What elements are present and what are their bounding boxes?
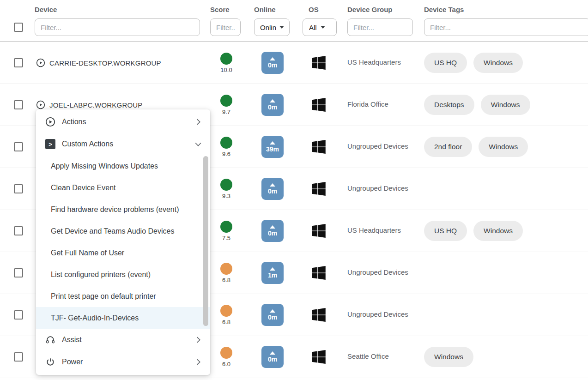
device-tag[interactable]: Windows bbox=[424, 347, 473, 367]
row-checkbox[interactable] bbox=[14, 310, 23, 320]
row-checkbox[interactable] bbox=[14, 352, 23, 362]
uptime-arrow-icon bbox=[270, 267, 275, 271]
uptime-value: 0m bbox=[268, 104, 277, 110]
device-tag[interactable]: Windows bbox=[473, 221, 523, 241]
menu-item-actions[interactable]: Actions bbox=[36, 111, 210, 133]
chevron-right-icon bbox=[194, 117, 203, 127]
menu-scrollbar-thumb[interactable] bbox=[203, 156, 208, 326]
header-online: Online Online bbox=[249, 0, 296, 41]
uptime-arrow-icon bbox=[270, 183, 275, 187]
online-filter-value: Online bbox=[260, 24, 276, 31]
power-icon bbox=[45, 357, 55, 367]
device-group-filter-input[interactable] bbox=[347, 18, 413, 36]
score-value: 9.6 bbox=[222, 151, 230, 157]
score-cell: 6.8 bbox=[217, 305, 236, 326]
row-checkbox[interactable] bbox=[14, 226, 23, 235]
uptime-value: 0m bbox=[268, 188, 277, 194]
score-circle[interactable] bbox=[220, 137, 232, 149]
device-actions-icon[interactable] bbox=[36, 58, 45, 67]
uptime-arrow-icon bbox=[270, 99, 275, 103]
score-circle[interactable] bbox=[220, 305, 232, 317]
custom-action-item[interactable]: TJF- Get-Audio-In-Devices bbox=[36, 307, 210, 329]
menu-item-assist[interactable]: Assist bbox=[36, 329, 210, 351]
device-group-value: US Headquarters bbox=[347, 226, 401, 234]
device-cell-content: JOEL-LABPC.WORKGROUP bbox=[35, 100, 210, 109]
custom-action-item[interactable]: Apply Missing Windows Updates bbox=[36, 155, 210, 177]
device-tag[interactable]: Windows bbox=[473, 53, 523, 73]
online-status-badge[interactable]: 39m bbox=[261, 136, 284, 158]
header-device-group: Device Group bbox=[342, 0, 418, 41]
row-checkbox[interactable] bbox=[14, 268, 23, 277]
score-value: 6.8 bbox=[222, 319, 230, 326]
device-name[interactable]: CARRIE-DESKTOP.WORKGROUP bbox=[49, 59, 161, 67]
device-tag[interactable]: Windows bbox=[481, 95, 530, 115]
score-value: 10.0 bbox=[220, 66, 232, 73]
row-checkbox[interactable] bbox=[14, 142, 23, 151]
table-header: Device Score Online Online OS All Device… bbox=[0, 0, 588, 42]
custom-action-item[interactable]: Clean Device Event bbox=[36, 177, 210, 199]
menu-item-label: Custom Actions bbox=[62, 140, 113, 148]
custom-action-item[interactable]: Print test page on default printer bbox=[36, 285, 210, 307]
row-checkbox[interactable] bbox=[14, 184, 23, 193]
device-group-column-label: Device Group bbox=[347, 6, 393, 13]
uptime-value: 0m bbox=[268, 356, 277, 362]
score-filter-input[interactable] bbox=[210, 18, 241, 36]
custom-action-item[interactable]: List configured printers (event) bbox=[36, 264, 210, 285]
windows-os-icon bbox=[312, 140, 326, 154]
device-filter-input[interactable] bbox=[35, 18, 200, 36]
os-filter-value: All bbox=[309, 24, 317, 31]
device-tag[interactable]: Windows bbox=[479, 137, 528, 157]
device-group-value: Ungrouped Devices bbox=[347, 268, 408, 276]
row-checkbox[interactable] bbox=[14, 58, 23, 67]
uptime-arrow-icon bbox=[270, 141, 275, 145]
device-context-menu: Actions > Custom Actions Apply Missing W… bbox=[36, 109, 210, 375]
score-column-label: Score bbox=[210, 6, 230, 13]
online-filter-select[interactable]: Online bbox=[254, 18, 290, 36]
score-circle[interactable] bbox=[220, 347, 232, 359]
device-name[interactable]: JOEL-LABPC.WORKGROUP bbox=[49, 101, 143, 109]
custom-action-item[interactable]: Get Full Name of User bbox=[36, 242, 210, 264]
actions-play-icon bbox=[45, 117, 55, 127]
score-value: 6.8 bbox=[222, 277, 230, 283]
uptime-value: 0m bbox=[268, 62, 277, 68]
score-circle[interactable] bbox=[220, 263, 232, 275]
device-tags-filter-input[interactable] bbox=[424, 18, 588, 36]
menu-item-custom-actions[interactable]: > Custom Actions bbox=[36, 133, 210, 155]
score-circle[interactable] bbox=[220, 179, 232, 191]
score-circle[interactable] bbox=[220, 53, 232, 65]
tags-cell: 2nd floorWindows bbox=[418, 137, 588, 157]
uptime-value: 1m bbox=[268, 272, 277, 278]
uptime-value: 39m bbox=[266, 146, 279, 152]
score-circle[interactable] bbox=[220, 95, 232, 107]
custom-actions-list: Apply Missing Windows UpdatesClean Devic… bbox=[36, 155, 210, 329]
score-cell: 9.3 bbox=[217, 179, 236, 199]
online-status-badge[interactable]: 0m bbox=[261, 304, 284, 326]
score-circle[interactable] bbox=[220, 221, 232, 233]
online-status-badge[interactable]: 0m bbox=[261, 178, 284, 200]
device-tag[interactable]: Desktops bbox=[424, 95, 474, 115]
online-status-badge[interactable]: 0m bbox=[261, 94, 284, 116]
online-status-badge[interactable]: 0m bbox=[261, 52, 284, 74]
windows-os-icon bbox=[312, 224, 326, 238]
os-filter-select[interactable]: All bbox=[303, 18, 337, 36]
score-cell: 6.0 bbox=[217, 347, 236, 368]
device-tag[interactable]: 2nd floor bbox=[424, 137, 472, 157]
row-checkbox[interactable] bbox=[14, 100, 23, 109]
tags-cell: US HQWindows bbox=[418, 221, 588, 241]
device-tag[interactable]: US HQ bbox=[424, 53, 467, 73]
online-status-badge[interactable]: 0m bbox=[261, 346, 284, 368]
device-tag[interactable]: US HQ bbox=[424, 221, 467, 241]
select-all-checkbox[interactable] bbox=[14, 23, 23, 32]
chevron-down-icon bbox=[194, 139, 203, 149]
uptime-value: 0m bbox=[268, 230, 277, 236]
custom-action-item[interactable]: Find hardware device problems (event) bbox=[36, 199, 210, 220]
chevron-right-icon bbox=[194, 357, 203, 367]
online-status-badge[interactable]: 1m bbox=[261, 262, 284, 284]
online-status-badge[interactable]: 0m bbox=[261, 220, 284, 242]
device-actions-icon[interactable] bbox=[36, 100, 45, 109]
windows-os-icon bbox=[312, 308, 326, 322]
custom-action-item[interactable]: Get Device and Teams Audio Devices bbox=[36, 220, 210, 242]
menu-item-power[interactable]: Power bbox=[36, 351, 210, 373]
header-score: Score bbox=[210, 0, 249, 41]
windows-os-icon bbox=[312, 98, 326, 112]
